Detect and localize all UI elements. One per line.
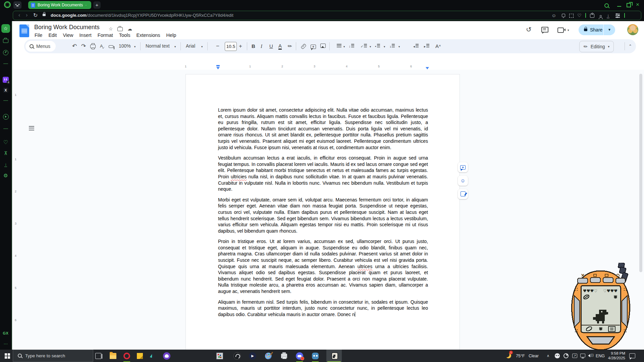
star-document-icon[interactable]: ☆ — [109, 26, 113, 32]
cast-tray-icon[interactable] — [572, 353, 578, 359]
collapse-toolbar-button[interactable]: ⌃ — [629, 43, 632, 50]
add-comment-margin-button[interactable]: + — [458, 162, 468, 172]
discord-settings-icon[interactable] — [296, 352, 304, 360]
profile-icon[interactable] — [599, 14, 603, 19]
restore-button[interactable] — [627, 3, 631, 7]
right-indent-marker[interactable] — [426, 67, 429, 69]
font-dropdown-icon[interactable]: ▾ — [201, 45, 203, 48]
steam-tray-icon[interactable] — [563, 353, 569, 359]
emoji-reaction-icon[interactable]: ☺ — [551, 13, 556, 18]
downloads-icon[interactable]: ↓ — [607, 13, 609, 18]
bookmark-heart-icon[interactable]: ♡ — [577, 13, 582, 18]
sticky-notes-icon[interactable] — [136, 352, 144, 360]
close-button[interactable]: × — [636, 2, 639, 7]
pin-icon[interactable] — [562, 14, 565, 18]
meet-video-icon[interactable] — [557, 27, 564, 35]
underline-button[interactable]: U — [269, 43, 273, 50]
opera-gx-logo-icon[interactable] — [4, 1, 11, 8]
checklist-button[interactable]: ✓ — [361, 43, 367, 50]
back-button[interactable]: ‹ — [18, 12, 20, 18]
decrease-font-button[interactable]: − — [216, 43, 219, 50]
file-explorer-icon[interactable] — [109, 352, 117, 360]
cloud-status-icon[interactable]: ☁ — [127, 26, 132, 32]
document-text[interactable]: Lorem ipsum dolor sit amet, consectetur … — [218, 107, 428, 322]
numbered-list-dropdown-icon[interactable]: ▾ — [398, 45, 400, 48]
document-title[interactable]: Boring Work Documents — [34, 24, 100, 31]
menu-help[interactable]: Help — [163, 32, 179, 39]
zoom-dropdown-icon[interactable]: ▾ — [134, 45, 136, 48]
snapshot-icon[interactable] — [569, 14, 574, 18]
sidebar-item-settings[interactable]: ⚙ — [0, 173, 11, 179]
action-center-icon[interactable] — [629, 353, 635, 358]
browser-tab[interactable]: Boring Work Documents · — [28, 1, 91, 9]
vertical-scrollbar[interactable] — [639, 74, 642, 272]
volume-tray-icon[interactable]: )) — [588, 353, 594, 359]
decrease-indent-button[interactable]: ◂ — [413, 43, 419, 50]
bulleted-list-button[interactable]: • — [375, 43, 380, 50]
font-size-input[interactable]: 10.5 — [225, 42, 237, 51]
print-button[interactable] — [90, 43, 96, 50]
address-bar[interactable]: ‹ › ↻ docs.google.com/document/d/1kvdsq1… — [13, 11, 641, 20]
tamagotchi-app-button[interactable] — [326, 350, 342, 362]
line-spacing-button[interactable]: ↕ — [349, 43, 354, 50]
undo-button[interactable]: ↶ — [72, 43, 77, 50]
document-outline-icon[interactable] — [29, 126, 34, 130]
sidebar-item-gx-corner[interactable]: ☆ — [1, 24, 10, 33]
share-dropdown-button[interactable]: ▼ — [603, 24, 615, 35]
add-comment-button[interactable]: + — [311, 43, 316, 50]
meet-dropdown-icon[interactable]: ▾ — [568, 28, 569, 32]
menu-edit[interactable]: Edit — [45, 32, 60, 39]
forward-button[interactable]: › — [26, 12, 28, 18]
tray-overflow-chevron[interactable]: ∧ — [547, 354, 549, 358]
quill-app-icon[interactable] — [148, 352, 156, 360]
comments-icon[interactable] — [541, 27, 548, 34]
menu-file[interactable]: File — [32, 32, 45, 39]
obs-studio-icon[interactable] — [233, 352, 241, 360]
sidebar-item-pinboard[interactable]: ⊼ — [0, 150, 11, 156]
horizontal-ruler[interactable]: 1 1 2 3 4 5 6 — [12, 64, 644, 70]
sidebar-item-dashboard[interactable] — [0, 50, 11, 57]
gx-corner-icon[interactable] — [13, 1, 21, 9]
discord-tray-icon[interactable] — [554, 353, 560, 359]
weather-condition[interactable]: Clear — [529, 354, 539, 358]
share-button[interactable]: Share — [579, 24, 607, 35]
editing-mode-button[interactable]: ✎ Editing ▾ — [579, 41, 614, 52]
italic-button[interactable]: I — [261, 43, 262, 50]
network-tray-icon[interactable] — [580, 353, 586, 359]
clear-formatting-button[interactable]: A — [435, 43, 441, 51]
paragraph-style-select[interactable]: Normal text — [146, 43, 170, 49]
paint-format-button[interactable] — [109, 43, 113, 50]
bold-button[interactable]: B — [252, 43, 255, 50]
suggest-edits-margin-button[interactable] — [458, 189, 468, 199]
align-button[interactable] — [337, 43, 341, 50]
weather-temp[interactable]: 75°F — [516, 354, 525, 358]
start-button[interactable] — [5, 353, 7, 356]
taskbar-search-box[interactable]: Type here to search — [13, 350, 93, 362]
browser-search-icon[interactable] — [604, 3, 609, 9]
insert-link-button[interactable] — [301, 43, 306, 50]
sidebar-item-player[interactable] — [0, 114, 11, 121]
text-color-button[interactable]: A — [278, 43, 282, 50]
sidebar-item-twitch[interactable]: 6 — [3, 77, 9, 83]
github-icon[interactable] — [163, 352, 171, 360]
account-avatar[interactable] — [627, 24, 638, 35]
menus-search-button[interactable]: Menus — [25, 41, 56, 52]
move-folder-icon[interactable] — [117, 27, 123, 32]
increase-indent-button[interactable]: ▸ — [424, 43, 429, 50]
align-dropdown-icon[interactable]: ▾ — [343, 45, 345, 48]
highlight-button[interactable]: ✎ — [286, 42, 293, 50]
menu-tools[interactable]: Tools — [116, 32, 133, 39]
numbered-list-button[interactable]: 1 — [390, 43, 395, 51]
checklist-dropdown-icon[interactable]: ▾ — [370, 45, 371, 48]
redo-button[interactable]: ↷ — [81, 43, 86, 50]
opera-browser-icon[interactable] — [123, 352, 131, 360]
menu-view[interactable]: View — [60, 32, 76, 39]
menu-insert[interactable]: Insert — [76, 32, 95, 39]
version-history-icon[interactable]: ↺ — [526, 25, 532, 34]
tamagotchi-widget[interactable]: ♥♥♥♡ ♡♥♥♥ — [570, 263, 632, 351]
sidebar-item-x[interactable]: X — [3, 87, 8, 93]
emoji-reaction-margin-button[interactable]: ☺ — [458, 176, 468, 186]
left-indent-marker[interactable] — [216, 67, 220, 69]
reload-button[interactable]: ↻ — [33, 12, 38, 18]
bulleted-list-dropdown-icon[interactable]: ▾ — [384, 45, 385, 48]
